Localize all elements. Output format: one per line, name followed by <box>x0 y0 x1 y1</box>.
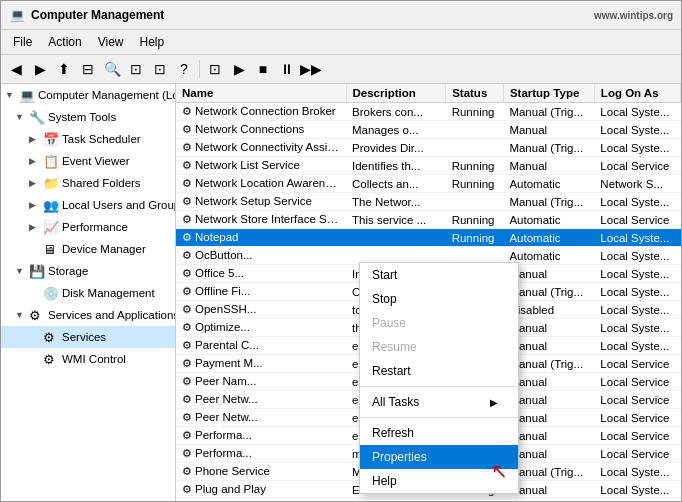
sidebar-item-event-viewer[interactable]: ▶ 📋 Event Viewer <box>1 150 175 172</box>
copy-button[interactable]: ⊡ <box>125 58 147 80</box>
computer-management-window: 💻 Computer Management www.wintips.org Fi… <box>0 0 682 502</box>
ctx-refresh[interactable]: Refresh <box>360 421 518 445</box>
service-logon: Local Syste... <box>594 247 680 265</box>
service-desc: Manages o... <box>346 121 446 139</box>
expand-icon: ▶ <box>29 196 43 214</box>
scheduler-icon: 📅 <box>43 131 59 147</box>
service-name: Peer Netw... <box>195 393 258 405</box>
ctx-properties[interactable]: Properties ↖ <box>360 445 518 469</box>
service-name: Performa... <box>195 429 252 441</box>
tools-icon: 🔧 <box>29 109 45 125</box>
sidebar-item-disk-management[interactable]: 💿 Disk Management <box>1 282 175 304</box>
sidebar-item-shared-folders[interactable]: ▶ 📁 Shared Folders <box>1 172 175 194</box>
sidebar-item-storage[interactable]: ▼ 💾 Storage <box>1 260 175 282</box>
sidebar-item-services[interactable]: ⚙ Services <box>1 326 175 348</box>
restart-button[interactable]: ▶▶ <box>300 58 322 80</box>
col-status: Status <box>446 84 504 103</box>
ctx-start[interactable]: Start <box>360 263 518 287</box>
menu-help[interactable]: Help <box>132 32 173 52</box>
expand-icon: ▼ <box>15 262 29 280</box>
service-name-cell: ⚙Office 5... <box>176 265 346 283</box>
ctx-help[interactable]: Help <box>360 469 518 493</box>
sidebar-item-services-apps[interactable]: ▼ ⚙ Services and Applications <box>1 304 175 326</box>
service-logon: Local Syste... <box>594 283 680 301</box>
sidebar-item-task-scheduler[interactable]: ▶ 📅 Task Scheduler <box>1 128 175 150</box>
service-icon: ⚙ <box>182 177 192 189</box>
ctx-pause[interactable]: Pause <box>360 311 518 335</box>
paste-button[interactable]: ⊡ <box>149 58 171 80</box>
sidebar-item-performance[interactable]: ▶ 📈 Performance <box>1 216 175 238</box>
app-icon: 💻 <box>9 7 25 23</box>
menu-action[interactable]: Action <box>40 32 89 52</box>
ctx-restart[interactable]: Restart <box>360 359 518 383</box>
service-icon: ⚙ <box>182 231 192 243</box>
stop-button[interactable]: ■ <box>252 58 274 80</box>
service-name-cell: ⚙Network Setup Service <box>176 193 346 211</box>
sidebar-label: Services and Applications <box>48 306 176 324</box>
console-button[interactable]: ⊡ <box>204 58 226 80</box>
service-name: OpenSSH... <box>195 303 256 315</box>
table-row[interactable]: ⚙Network Location AwarenessCollects an..… <box>176 175 681 193</box>
table-row[interactable]: ⚙Network Connectivity Assist...Provides … <box>176 139 681 157</box>
service-desc: The Networ... <box>346 193 446 211</box>
service-name: Network Connection Broker <box>195 105 336 117</box>
expand-icon: ▶ <box>29 152 43 170</box>
table-row[interactable]: ⚙Network Store Interface Ser...This serv… <box>176 211 681 229</box>
menu-bar: File Action View Help <box>1 30 681 55</box>
expand-icon: ▼ <box>15 108 29 126</box>
service-logon: Local Syste... <box>594 229 680 247</box>
service-name: Payment M... <box>195 357 263 369</box>
sidebar-item-wmi[interactable]: ⚙ WMI Control <box>1 348 175 370</box>
back-button[interactable]: ◀ <box>5 58 27 80</box>
event-icon: 📋 <box>43 153 59 169</box>
sidebar-item-device-manager[interactable]: 🖥 Device Manager <box>1 238 175 260</box>
service-name: Offline Fi... <box>195 285 250 297</box>
service-icon: ⚙ <box>182 429 192 441</box>
service-name-cell: ⚙Network List Service <box>176 157 346 175</box>
table-row[interactable]: ⚙Network ConnectionsManages o...ManualLo… <box>176 121 681 139</box>
service-icon: ⚙ <box>182 195 192 207</box>
sidebar-item-local-users[interactable]: ▶ 👥 Local Users and Groups <box>1 194 175 216</box>
service-name: Network Connectivity Assist... <box>195 141 346 153</box>
service-name-cell: ⚙Payment M... <box>176 355 346 373</box>
ctx-stop[interactable]: Stop <box>360 287 518 311</box>
table-row[interactable]: ⚙Network Setup ServiceThe Networ...Manua… <box>176 193 681 211</box>
sidebar-item-computer-management[interactable]: ▼ 💻 Computer Management (Local <box>1 84 175 106</box>
forward-button[interactable]: ▶ <box>29 58 51 80</box>
up-button[interactable]: ⬆ <box>53 58 75 80</box>
table-row[interactable]: ⚙NotepadRunningAutomaticLocal Syste... <box>176 229 681 247</box>
service-name: Network Connections <box>195 123 304 135</box>
service-name: Network Store Interface Ser... <box>195 213 346 225</box>
ctx-resume[interactable]: Resume <box>360 335 518 359</box>
service-logon: Local Service <box>594 373 680 391</box>
help-button[interactable]: ? <box>173 58 195 80</box>
service-desc: This service ... <box>346 211 446 229</box>
watermark: www.wintips.org <box>594 10 673 21</box>
perf-icon: 📈 <box>43 219 59 235</box>
table-row[interactable]: ⚙Network Connection BrokerBrokers con...… <box>176 103 681 121</box>
ctx-separator-1 <box>360 386 518 387</box>
service-icon: ⚙ <box>182 249 192 261</box>
table-row[interactable]: ⚙Network List ServiceIdentifies th...Run… <box>176 157 681 175</box>
ctx-all-tasks[interactable]: All Tasks ▶ <box>360 390 518 414</box>
main-area: ▼ 💻 Computer Management (Local ▼ 🔧 Syste… <box>1 84 681 501</box>
service-name-cell: ⚙Plug and Play <box>176 481 346 499</box>
service-name-cell: ⚙Peer Netw... <box>176 409 346 427</box>
service-name-cell: ⚙Offline Fi... <box>176 283 346 301</box>
service-icon: ⚙ <box>182 447 192 459</box>
service-name-cell: ⚙Notepad <box>176 229 346 247</box>
play-button[interactable]: ▶ <box>228 58 250 80</box>
service-desc: Identifies th... <box>346 157 446 175</box>
pause-button[interactable]: ⏸ <box>276 58 298 80</box>
service-logon: Local Syste... <box>594 301 680 319</box>
service-logon: Local Service <box>594 445 680 463</box>
menu-view[interactable]: View <box>90 32 132 52</box>
ctx-separator-2 <box>360 417 518 418</box>
sidebar-item-system-tools[interactable]: ▼ 🔧 System Tools <box>1 106 175 128</box>
service-desc: Collects an... <box>346 175 446 193</box>
service-name: Optimize... <box>195 321 250 333</box>
search-button[interactable]: 🔍 <box>101 58 123 80</box>
menu-file[interactable]: File <box>5 32 40 52</box>
show-hide-button[interactable]: ⊟ <box>77 58 99 80</box>
service-name: Plug and Play <box>195 483 266 495</box>
